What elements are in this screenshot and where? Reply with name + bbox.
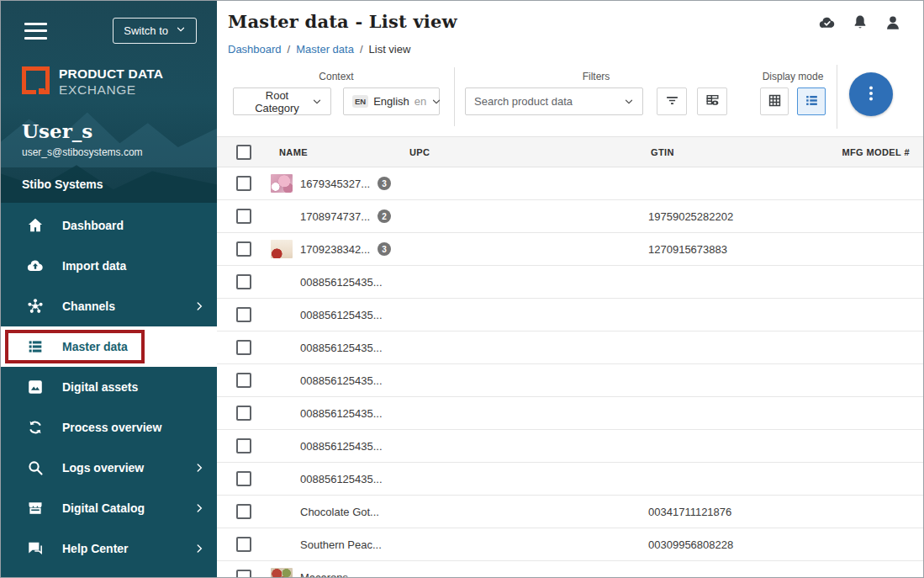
account-icon[interactable] (884, 13, 902, 32)
filter-button[interactable] (657, 87, 687, 115)
product-name[interactable]: 008856125435... (300, 473, 383, 485)
sidebar-item-digital-assets[interactable]: Digital assets (1, 367, 217, 407)
product-thumbnail-placeholder (271, 469, 293, 488)
sidebar-item-label: Channels (62, 300, 176, 313)
product-thumbnail (271, 568, 293, 577)
chevron-right-icon (193, 300, 205, 312)
product-name[interactable]: 008856125435... (300, 374, 383, 387)
table-row[interactable]: 008856125435... (217, 463, 923, 496)
user-name: User_s (22, 119, 217, 142)
chevron-down-icon (176, 24, 186, 37)
sidebar-item-help-center[interactable]: Help Center (1, 528, 217, 569)
gtin-cell: 00341711121876 (648, 506, 841, 518)
row-checkbox[interactable] (236, 241, 251, 257)
switch-to-button[interactable]: Switch to (113, 18, 197, 44)
row-checkbox[interactable] (236, 504, 251, 519)
column-header-upc[interactable]: UPC (409, 147, 648, 157)
row-checkbox[interactable] (236, 176, 251, 191)
table-row[interactable]: 008856125435... (217, 331, 923, 364)
sync-icon (26, 418, 45, 437)
category-dropdown[interactable]: Root Category (233, 87, 331, 115)
table-row[interactable]: 1709238342...31270915673883 (217, 233, 923, 266)
product-thumbnail-placeholder (271, 371, 293, 390)
row-checkbox[interactable] (236, 274, 251, 289)
table-row[interactable]: Chocolate Got...00341711121876 (217, 496, 923, 528)
chevron-right-icon (193, 462, 205, 474)
sidebar-item-dashboard[interactable]: Dashboard (1, 205, 217, 246)
switch-to-label: Switch to (124, 24, 168, 37)
channels-icon (26, 297, 45, 316)
column-header-mfg-model[interactable]: MFG MODEL # (841, 147, 923, 157)
language-dropdown[interactable]: EN English en (343, 87, 440, 115)
select-all-checkbox[interactable] (236, 145, 251, 160)
product-name[interactable]: Macarons (300, 571, 348, 578)
table-row[interactable]: Macarons (217, 561, 923, 577)
row-checkbox[interactable] (236, 537, 251, 552)
display-mode-grid-button[interactable] (760, 87, 789, 115)
product-name[interactable]: Southern Peac... (300, 538, 382, 551)
sidebar: Switch to PRODUCT DATA EXCHANGE User_s u… (1, 1, 217, 577)
row-checkbox[interactable] (236, 340, 251, 355)
breadcrumb-separator: / (360, 43, 363, 56)
sidebar-item-master-data[interactable]: Master data (1, 326, 217, 367)
product-name[interactable]: 008856125435... (300, 342, 383, 354)
product-name[interactable]: 008856125435... (300, 407, 383, 420)
row-checkbox[interactable] (236, 307, 251, 322)
column-visibility-button[interactable] (697, 87, 727, 115)
search-product-dropdown[interactable]: Search product data (465, 87, 643, 115)
table-row[interactable]: 1708974737...219759025282202 (217, 200, 923, 233)
table-row[interactable]: Southern Peac...00309956808228 (217, 528, 923, 561)
sidebar-item-digital-catalog[interactable]: Digital Catalog (1, 488, 217, 528)
cloud-done-icon[interactable] (818, 13, 837, 32)
product-table: NAME UPC GTIN MFG MODEL # 1679345327...3… (217, 136, 923, 577)
row-checkbox[interactable] (236, 438, 251, 453)
table-header-row: NAME UPC GTIN MFG MODEL # (217, 136, 923, 167)
table-row[interactable]: 008856125435... (217, 266, 923, 299)
user-info: User_s user_s@stibosystems.com Stibo Sys… (22, 119, 217, 191)
row-checkbox[interactable] (236, 471, 251, 486)
table-row[interactable]: 008856125435... (217, 397, 923, 430)
notifications-icon[interactable] (851, 13, 869, 32)
display-mode-list-button[interactable] (797, 87, 826, 115)
product-name[interactable]: 1679345327... (300, 178, 370, 190)
column-header-name[interactable]: NAME (262, 147, 409, 157)
table-row[interactable]: 008856125435... (217, 299, 923, 331)
sidebar-item-label: Master data (62, 340, 205, 353)
more-actions-fab[interactable] (849, 72, 893, 116)
gtin-cell: 19759025282202 (648, 210, 841, 223)
sidebar-item-label: Process overview (62, 421, 205, 434)
product-name[interactable]: Chocolate Got... (300, 506, 379, 518)
sidebar-item-logs-overview[interactable]: Logs overview (1, 448, 217, 488)
product-name[interactable]: 1709238342... (300, 243, 370, 256)
product-thumbnail-placeholder (271, 338, 293, 357)
product-name[interactable]: 1708974737... (300, 210, 370, 223)
chevron-right-icon (193, 502, 205, 514)
breadcrumb-item[interactable]: Master data (296, 43, 354, 56)
context-label: Context (233, 71, 440, 82)
product-name[interactable]: 008856125435... (300, 309, 383, 321)
product-name[interactable]: 008856125435... (300, 276, 383, 289)
sidebar-item-label: Import data (62, 259, 205, 273)
product-name[interactable]: 008856125435... (300, 440, 383, 453)
brand-logo-icon (22, 66, 50, 94)
product-thumbnail (271, 174, 293, 193)
category-dropdown-value: Root Category (242, 89, 312, 114)
table-row[interactable]: 008856125435... (217, 430, 923, 463)
table-row[interactable]: 1679345327...3 (217, 167, 923, 200)
home-icon (26, 216, 45, 235)
breadcrumb-item[interactable]: Dashboard (228, 43, 282, 56)
table-row[interactable]: 008856125435... (217, 364, 923, 397)
chevron-down-icon (312, 97, 322, 107)
sidebar-item-import-data[interactable]: Import data (1, 246, 217, 286)
row-checkbox[interactable] (236, 570, 251, 577)
column-header-gtin[interactable]: GTIN (648, 147, 841, 157)
row-checkbox[interactable] (236, 373, 251, 388)
sidebar-item-process-overview[interactable]: Process overview (1, 407, 217, 448)
breadcrumb: Dashboard/Master data/List view (228, 43, 923, 56)
list-view-icon (804, 93, 820, 111)
row-checkbox[interactable] (236, 406, 251, 421)
toolbar-divider (454, 67, 455, 126)
sidebar-item-channels[interactable]: Channels (1, 286, 217, 326)
row-checkbox[interactable] (236, 209, 251, 224)
hamburger-menu-icon[interactable] (24, 23, 47, 40)
